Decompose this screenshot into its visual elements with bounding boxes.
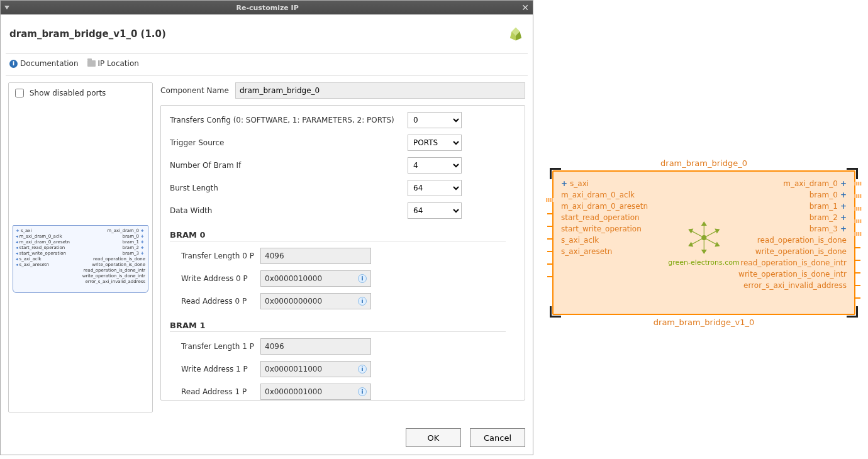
bd-pin-right[interactable]: m_axi_dram_0+ [704,179,847,188]
mini-port-right: write_operation_is_done_intr [81,274,145,279]
param-row: Trigger SourcePORTS [170,135,506,151]
bram-param-row: Transfer Length 0 P4096 [170,248,506,264]
bram-param-row: Transfer Length 1 P4096 [170,338,506,355]
bd-connector-left [547,276,554,277]
bram-param-value: 0x0000001000 [265,387,322,396]
mini-port-left: ◂s_axi_aresetn [16,262,81,267]
param-label: Trigger Source [170,138,403,147]
ip-location-button[interactable]: IP Location [87,59,139,68]
bd-connector-left [546,198,554,202]
bd-connector-left [547,213,554,214]
selection-handle-tr[interactable] [847,168,858,179]
param-label: Number Of Bram If [170,161,403,170]
param-select[interactable]: 64 [408,180,462,196]
ok-button[interactable]: OK [406,428,461,447]
bd-connector-left [547,238,554,240]
cancel-button[interactable]: Cancel [470,428,525,447]
bd-pin-right[interactable]: bram_0+ [704,191,847,199]
ip-name: dram_bram_bridge_v1_0 (1.0) [9,28,508,40]
selection-handle-tl[interactable] [550,168,561,179]
bd-connector-right [854,207,862,211]
bram-param-value: 4096 [265,252,284,260]
titlebar: Re-customize IP ✕ [1,1,533,14]
bd-pin-left[interactable]: +s_axi [561,179,704,188]
param-row: Transfers Config (0: SOFTWARE, 1: PARAME… [170,112,506,128]
help-icon[interactable]: i [358,387,367,396]
bram-param-input[interactable]: 0x0000001000i [260,384,371,400]
folder-icon [87,60,96,67]
bd-pin-right[interactable]: bram_1+ [704,202,847,211]
bd-connector-right [854,272,860,274]
mini-port-left: +s_axi [16,228,81,233]
mini-port-right: bram_3 + [81,251,145,256]
bd-center-text: green-electrons.com [668,258,739,267]
bram-param-label: Write Address 0 P [170,274,255,283]
show-disabled-ports-checkbox[interactable]: Show disabled ports [13,87,148,99]
ports-preview-symbol: +s_axi◂m_axi_dram_0_aclk◂m_axi_dram_0_ar… [13,225,148,293]
selection-handle-bl[interactable] [550,306,561,318]
bd-pin-right[interactable]: write_operation_is_done_intr [704,270,847,279]
close-icon[interactable]: ✕ [521,3,529,13]
mini-port-right: bram_0 + [81,234,145,239]
bd-connector-right [854,232,862,236]
mini-port-right: m_axi_dram_0 + [81,228,145,233]
component-name-label: Component Name [160,86,229,95]
param-label: Burst Length [170,184,403,192]
bram-param-input[interactable]: 0x0000010000i [260,270,371,287]
bd-box[interactable]: +s_axim_axi_dram_0_aclkm_axi_dram_0_ares… [552,170,855,315]
bd-pin-left[interactable]: m_axi_dram_0_aresetn [561,202,704,211]
mini-port-right: bram_2 + [81,245,145,250]
param-row: Data Width64 [170,202,506,219]
bram-param-input[interactable]: 4096 [260,248,371,264]
bram-param-input[interactable]: 4096 [260,338,371,355]
bd-pin-left[interactable]: m_axi_dram_0_aclk [561,191,704,199]
bram-param-input[interactable]: 0x0000011000i [260,361,371,377]
ports-preview-panel: Show disabled ports +s_axi◂m_axi_dram_0_… [8,82,153,412]
mini-port-left: ◂m_axi_dram_0_aresetn [16,240,81,245]
param-row: Number Of Bram If4 [170,157,506,174]
green-electrons-logo-icon [682,219,726,257]
parameters-scroll[interactable]: Transfers Config (0: SOFTWARE, 1: PARAME… [160,105,525,401]
param-select[interactable]: 0 [408,112,462,128]
bram-param-label: Transfer Length 0 P [170,252,255,260]
collapse-icon[interactable] [4,6,9,9]
mini-port-left: ◂s_axi_aclk [16,257,81,262]
bd-center-logo: green-electrons.com [668,219,739,267]
help-icon[interactable]: i [358,297,367,306]
documentation-button[interactable]: i Documentation [9,59,79,68]
show-disabled-ports-input[interactable] [15,89,24,97]
param-select[interactable]: 64 [408,202,462,219]
mini-port-right: bram_1 + [81,240,145,245]
bram-param-row: Read Address 1 P0x0000001000i [170,384,506,400]
bram-param-value: 4096 [265,342,284,351]
mini-port-right: error_s_axi_invalid_address [81,279,145,284]
bram-param-row: Write Address 1 P0x0000011000i [170,361,506,377]
parameters-panel: Component Name Transfers Config (0: SOFT… [160,82,525,412]
bram-param-row: Write Address 0 P0x0000010000i [170,270,506,287]
help-icon[interactable]: i [358,365,367,373]
param-label: Data Width [170,206,403,215]
mini-port-right: read_operation_is_done_intr [81,268,145,273]
bd-connector-right [854,285,860,286]
bd-instance-name: dram_bram_bridge_0 [552,158,855,168]
bd-connector-right [854,260,860,261]
dialog-buttons: OK Cancel [406,428,525,447]
selection-handle-br[interactable] [847,306,858,318]
ip-header: dram_bram_bridge_v1_0 (1.0) [6,17,528,54]
param-select[interactable]: 4 [408,157,462,174]
vendor-logo-icon [508,26,524,42]
window-title: Re-customize IP [13,4,521,12]
bram-param-value: 0x0000000000 [265,297,322,306]
param-select[interactable]: PORTS [408,135,462,151]
bram-param-input[interactable]: 0x0000000000i [260,293,371,309]
component-name-input[interactable] [235,82,525,99]
mini-port-left: ◂m_axi_dram_0_aclk [16,234,81,239]
help-icon[interactable]: i [358,274,367,283]
info-icon: i [9,60,18,68]
bd-connector-right [854,182,862,185]
toolbar: i Documentation IP Location [6,54,528,76]
bd-connector-left [547,251,554,252]
param-label: Transfers Config (0: SOFTWARE, 1: PARAME… [170,116,403,124]
bd-pin-right[interactable]: error_s_axi_invalid_address [704,281,847,290]
bram-param-label: Write Address 1 P [170,365,255,373]
